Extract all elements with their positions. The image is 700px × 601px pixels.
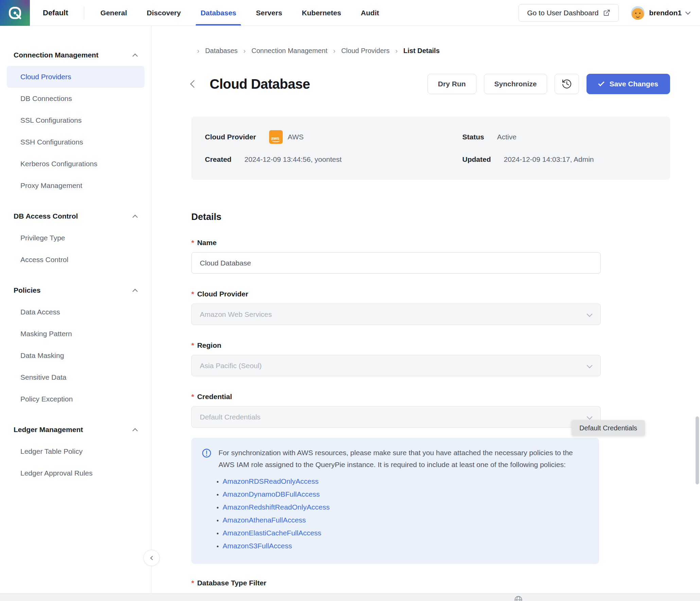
breadcrumb: DatabasesConnection ManagementCloud Prov…	[191, 47, 670, 55]
synchronize-button[interactable]: Synchronize	[484, 74, 547, 94]
chevron-up-icon	[133, 53, 138, 59]
top-nav-tab[interactable]: Discovery	[147, 0, 181, 25]
sidebar-header-ledger-management[interactable]: Ledger Management	[0, 419, 151, 441]
back-button[interactable]	[191, 76, 205, 92]
sidebar-item[interactable]: Data Access	[7, 301, 144, 323]
app-window: Default GeneralDiscoveryDatabasesServers…	[0, 0, 700, 601]
credential-tooltip: Default Credentials	[572, 420, 645, 436]
page-header: Cloud Database Dry Run Synchronize Save …	[191, 74, 670, 94]
sidebar-header-policies[interactable]: Policies	[0, 279, 151, 301]
top-nav-tab[interactable]: Databases	[200, 0, 236, 25]
database-type-filter-label: Database Type Filter	[191, 579, 601, 587]
top-nav-tab[interactable]: General	[101, 0, 127, 25]
field-cloud-provider: Cloud Provider Amazon Web Services	[191, 290, 601, 325]
sidebar-header-db-access-control[interactable]: DB Access Control	[0, 205, 151, 227]
sidebar-section-db-access-control: DB Access Control Privilege TypeAccess C…	[0, 205, 151, 271]
info-icon	[202, 448, 212, 470]
status-value: Active	[497, 133, 517, 141]
updated-value: 2024-12-09 14:03:17, Admin	[504, 155, 594, 164]
dashboard-button-label: Go to User Dashboard	[527, 9, 598, 17]
topbar-right: Go to User Dashboard brendon1	[519, 4, 700, 22]
summary-panel: Cloud Provider aws AWS Status Active Cre…	[191, 117, 670, 180]
save-changes-label: Save Changes	[609, 80, 658, 88]
footer-bar	[0, 593, 700, 601]
top-nav-tab[interactable]: Servers	[256, 0, 282, 25]
sidebar-collapse-button[interactable]	[143, 550, 160, 566]
breadcrumb-item[interactable]: Databases	[191, 47, 238, 55]
top-navigation-bar: Default GeneralDiscoveryDatabasesServers…	[0, 0, 700, 26]
policy-link[interactable]: AmazonRDSReadOnlyAccess	[223, 477, 318, 485]
field-credential: Credential Default Credentials Default C…	[191, 393, 601, 428]
scrollbar-thumb[interactable]	[696, 416, 699, 484]
sidebar-item[interactable]: Cloud Providers	[7, 66, 144, 88]
page-actions: Dry Run Synchronize Save Changes	[427, 74, 670, 94]
policy-link[interactable]: AmazonS3FullAccess	[223, 542, 292, 550]
field-name: Name	[191, 239, 601, 274]
querypie-logo-icon	[7, 5, 22, 20]
sidebar-item[interactable]: Proxy Management	[7, 175, 144, 196]
created-label: Created	[205, 155, 231, 164]
sidebar-item[interactable]: SSL Configurations	[7, 109, 144, 131]
sidebar-item[interactable]: Privilege Type	[7, 227, 144, 249]
credential-select[interactable]: Default Credentials	[191, 406, 601, 428]
sidebar-item[interactable]: DB Connections	[7, 88, 144, 109]
sidebar-item[interactable]: Masking Pattern	[7, 323, 144, 345]
policy-link[interactable]: AmazonDynamoDBFullAccess	[223, 490, 320, 498]
sidebar-item[interactable]: Ledger Approval Rules	[7, 462, 144, 484]
go-to-user-dashboard-button[interactable]: Go to User Dashboard	[519, 4, 619, 22]
querypie-logo[interactable]	[0, 0, 30, 26]
name-input[interactable]	[191, 252, 601, 274]
sidebar-item[interactable]: Kerberos Configurations	[7, 153, 144, 175]
breadcrumb-item[interactable]: Connection Management	[238, 47, 327, 55]
region-select-value: Asia Pacific (Seoul)	[200, 362, 262, 370]
policy-link[interactable]: AmazonAthenaFullAccess	[223, 516, 306, 524]
sidebar-item[interactable]: Ledger Table Policy	[7, 441, 144, 462]
policy-list-item: AmazonElastiCacheFullAccess	[223, 527, 587, 539]
sidebar-item[interactable]: Data Masking	[7, 345, 144, 366]
policy-link[interactable]: AmazonRedshiftReadOnlyAccess	[223, 503, 330, 511]
sidebar: Connection Management Cloud ProvidersDB …	[0, 26, 152, 601]
topbar-divider	[84, 6, 84, 19]
required-asterisk	[191, 239, 194, 247]
history-button[interactable]	[555, 74, 579, 94]
chevron-down-icon	[685, 10, 691, 15]
summary-status: Status Active	[462, 130, 657, 144]
cloud-provider-select[interactable]: Amazon Web Services	[191, 304, 601, 325]
sidebar-item[interactable]: Sensitive Data	[7, 366, 144, 388]
aws-icon: aws	[269, 130, 283, 144]
policy-link[interactable]: AmazonElastiCacheFullAccess	[223, 529, 321, 537]
required-asterisk	[191, 393, 194, 401]
sidebar-item[interactable]: SSH Configurations	[7, 131, 144, 153]
summary-created: Created 2024-12-09 13:44:56, yoontest	[205, 153, 462, 166]
status-label: Status	[462, 133, 484, 141]
cloud-provider-value: AWS	[288, 133, 304, 141]
avatar	[631, 6, 645, 20]
cloud-provider-field-label: Cloud Provider	[191, 290, 601, 298]
top-nav-tab[interactable]: Kubernetes	[302, 0, 341, 25]
cloud-provider-select-value: Amazon Web Services	[200, 310, 272, 319]
chevron-down-icon	[587, 363, 593, 368]
sidebar-header-connection-management[interactable]: Connection Management	[0, 44, 151, 66]
sidebar-item[interactable]: Policy Exception	[7, 388, 144, 410]
summary-updated: Updated 2024-12-09 14:03:17, Admin	[462, 153, 657, 166]
save-changes-button[interactable]: Save Changes	[587, 74, 670, 94]
breadcrumb-item[interactable]: Cloud Providers	[327, 47, 389, 55]
region-select[interactable]: Asia Pacific (Seoul)	[191, 355, 601, 376]
breadcrumb-item[interactable]: List Details	[389, 47, 439, 55]
sidebar-item[interactable]: Access Control	[7, 249, 144, 271]
user-menu[interactable]: brendon1	[631, 6, 690, 20]
required-asterisk	[191, 579, 194, 587]
top-nav-tab[interactable]: Audit	[361, 0, 379, 25]
details-heading: Details	[191, 212, 670, 222]
globe-icon	[514, 595, 523, 601]
dry-run-button[interactable]: Dry Run	[427, 74, 476, 94]
created-value: 2024-12-09 13:44:56, yoontest	[244, 155, 342, 164]
chevron-down-icon	[587, 414, 593, 420]
policy-list: AmazonRDSReadOnlyAccessAmazonDynamoDBFul…	[223, 475, 587, 552]
chevron-up-icon	[133, 214, 138, 220]
cloud-provider-label: Cloud Provider	[205, 133, 256, 141]
policy-list-item: AmazonAthenaFullAccess	[223, 514, 587, 527]
main-content: DatabasesConnection ManagementCloud Prov…	[152, 26, 700, 601]
chevron-left-icon	[150, 556, 155, 560]
page-title: Cloud Database	[210, 76, 310, 92]
